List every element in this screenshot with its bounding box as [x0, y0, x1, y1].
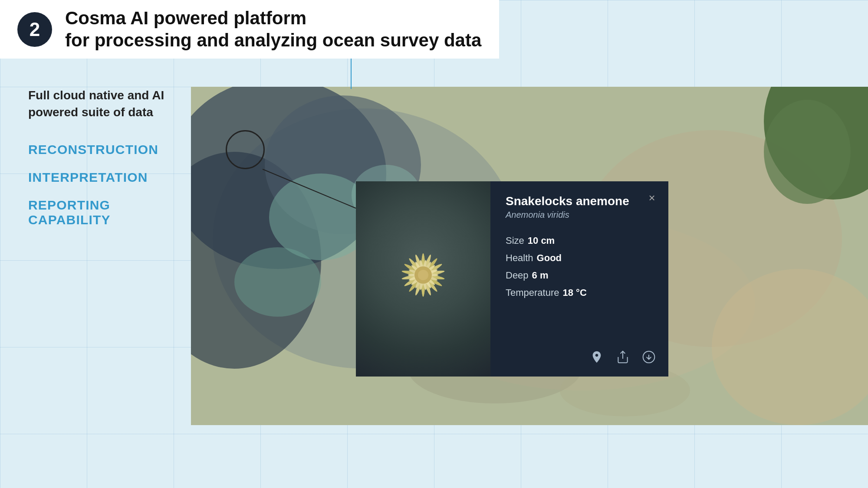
stat-temp: Temperature 18 °C	[506, 287, 653, 298]
info-card: Snakelocks anemone Anemonia viridis Size…	[356, 181, 668, 377]
header-bar: 2 Cosma AI powered platform for processi…	[0, 0, 499, 59]
stat-deep: Deep 6 m	[506, 270, 653, 281]
step-number: 2	[30, 19, 40, 40]
stat-temp-value: 18 °C	[563, 287, 587, 298]
species-latin: Anemonia viridis	[506, 210, 653, 220]
download-icon[interactable]	[640, 348, 658, 366]
stat-health-label: Health	[506, 252, 533, 264]
feature-list: RECONSTRUCTION INTERPRETATION REPORTING …	[28, 142, 193, 227]
svg-point-7	[234, 247, 321, 317]
feature-reporting: REPORTING CAPABILITY	[28, 198, 193, 227]
species-name: Snakelocks anemone	[506, 194, 653, 208]
stat-size-label: Size	[506, 235, 524, 246]
share-icon[interactable]	[614, 348, 631, 366]
anemone-svg	[384, 236, 462, 314]
feature-interpretation: INTERPRETATION	[28, 170, 193, 185]
header-title: Cosma AI powered platform for processing…	[65, 7, 481, 51]
svg-point-53	[418, 270, 428, 280]
stat-size: Size 10 cm	[506, 235, 653, 246]
stat-health: Health Good	[506, 252, 653, 264]
svg-point-12	[764, 100, 851, 204]
stat-deep-value: 6 m	[532, 270, 549, 281]
center-line	[351, 59, 352, 89]
species-img-bg	[356, 181, 490, 377]
ocean-image: Snakelocks anemone Anemonia viridis Size…	[191, 87, 868, 425]
stat-health-value: Good	[537, 252, 562, 264]
species-image	[356, 181, 490, 377]
subtitle: Full cloud native and AI powered suite o…	[28, 87, 193, 121]
info-content: Snakelocks anemone Anemonia viridis Size…	[490, 181, 668, 377]
left-content: Full cloud native and AI powered suite o…	[28, 87, 193, 227]
close-button[interactable]: ×	[644, 190, 660, 206]
stat-deep-label: Deep	[506, 270, 529, 281]
card-actions	[588, 348, 658, 366]
title-line2: for processing and analyzing ocean surve…	[65, 30, 481, 50]
species-stats: Size 10 cm Health Good Deep 6 m Temperat…	[506, 235, 653, 298]
title-line1: Cosma AI powered platform	[65, 8, 306, 28]
stat-size-value: 10 cm	[528, 235, 555, 246]
step-badge: 2	[17, 12, 52, 47]
location-icon[interactable]	[588, 348, 605, 366]
feature-reconstruction: RECONSTRUCTION	[28, 142, 193, 157]
stat-temp-label: Temperature	[506, 287, 559, 298]
magnify-circle	[226, 130, 265, 169]
